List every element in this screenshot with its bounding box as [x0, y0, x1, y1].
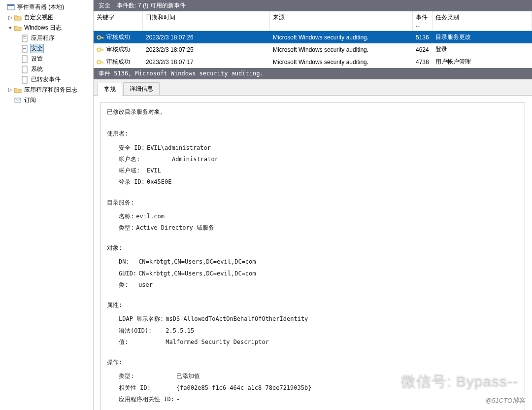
svg-rect-3	[23, 36, 26, 37]
log-icon	[21, 76, 29, 84]
message-box: 已修改目录服务对象。 使用者: 安全 ID:EVIL\administrator…	[100, 102, 525, 410]
tree-root[interactable]: 事件查看器 (本地)	[0, 2, 93, 12]
svg-rect-10	[22, 76, 27, 83]
event-row[interactable]: 审核成功 2023/2/3 18:07:17 Microsoft Windows…	[94, 56, 532, 68]
tree-windows-logs[interactable]: ▾ Windows 日志	[7, 23, 93, 33]
detail-header-band: 事件 5136, Microsoft Windows security audi…	[94, 68, 532, 79]
event-viewer-icon	[7, 3, 15, 11]
svg-rect-1	[7, 4, 14, 6]
col-eventid[interactable]: 事件 ...	[413, 11, 432, 31]
log-title: 安全	[99, 2, 110, 9]
nav-tree: 事件查看器 (本地) ▷ 自定义视图 ▾ Windows 日志 应用程序	[0, 0, 94, 410]
tree-log-setup[interactable]: 设置	[21, 54, 93, 64]
svg-rect-14	[102, 37, 103, 39]
ds-header: 目录服务:	[107, 198, 519, 207]
col-task[interactable]: 任务类别	[432, 11, 532, 31]
message-summary: 已修改目录服务对象。	[107, 107, 519, 117]
svg-rect-8	[22, 56, 27, 63]
svg-point-15	[98, 48, 101, 51]
attr-header: 属性:	[107, 301, 519, 310]
col-datetime[interactable]: 日期和时间	[143, 11, 270, 31]
event-list: 审核成功 2023/2/3 18:07:26 Microsoft Windows…	[94, 31, 532, 68]
key-icon	[97, 46, 104, 54]
tree-app-svc-logs[interactable]: ▷ 应用程序和服务日志	[7, 85, 93, 95]
list-header-band: 安全 事件数: 7 (!) 可用的新事件	[94, 0, 532, 11]
tree-log-security[interactable]: 安全	[21, 43, 93, 54]
subject-header: 使用者:	[107, 129, 519, 138]
svg-rect-4	[23, 38, 26, 38]
tree-log-forwarded[interactable]: 已转发事件	[21, 74, 93, 85]
svg-rect-17	[102, 49, 103, 51]
tree-subscriptions[interactable]: 订阅	[7, 95, 93, 105]
event-count: 事件数: 7 (!) 可用的新事件	[117, 2, 185, 9]
chevron-right-icon[interactable]: ▷	[7, 14, 14, 21]
chevron-down-icon[interactable]: ▾	[7, 25, 14, 31]
svg-rect-7	[23, 48, 26, 49]
event-row[interactable]: 审核成功 2023/2/3 18:07:25 Microsoft Windows…	[94, 43, 532, 56]
subscription-icon	[14, 97, 22, 104]
folder-icon	[14, 14, 22, 22]
event-viewer-window: 事件查看器 (本地) ▷ 自定义视图 ▾ Windows 日志 应用程序	[0, 0, 532, 410]
folder-open-icon	[14, 24, 22, 32]
tree-log-system[interactable]: 系统	[21, 64, 93, 74]
svg-point-12	[98, 35, 101, 39]
tree-custom-views[interactable]: ▷ 自定义视图	[7, 12, 93, 23]
chevron-none-icon	[0, 4, 7, 10]
svg-rect-9	[22, 66, 27, 73]
content-pane: 安全 事件数: 7 (!) 可用的新事件 关键字 日期和时间 来源 事件 ...…	[94, 0, 532, 410]
tree-log-application[interactable]: 应用程序	[21, 33, 93, 43]
tab-general[interactable]: 常规	[98, 83, 122, 96]
log-icon	[21, 55, 29, 63]
svg-rect-6	[23, 47, 26, 47]
log-icon	[21, 66, 29, 73]
chevron-right-icon[interactable]: ▷	[7, 87, 14, 93]
key-icon	[97, 34, 104, 41]
op-header: 操作:	[107, 358, 519, 367]
folder-icon	[14, 86, 22, 94]
svg-point-18	[98, 60, 101, 64]
detail-body: 已修改目录服务对象。 使用者: 安全 ID:EVIL\administrator…	[94, 96, 532, 410]
event-row[interactable]: 审核成功 2023/2/3 18:07:26 Microsoft Windows…	[94, 31, 532, 43]
tab-bar: 常规 详细信息	[94, 79, 532, 96]
object-header: 对象:	[107, 243, 519, 253]
log-icon	[21, 34, 29, 42]
col-source[interactable]: 来源	[270, 11, 413, 31]
log-icon	[21, 45, 29, 53]
column-headers: 关键字 日期和时间 来源 事件 ... 任务类别	[94, 11, 532, 31]
svg-rect-20	[102, 62, 103, 64]
key-icon	[97, 58, 104, 66]
tab-details[interactable]: 详细信息	[123, 82, 160, 95]
col-keyword[interactable]: 关键字	[94, 11, 143, 31]
